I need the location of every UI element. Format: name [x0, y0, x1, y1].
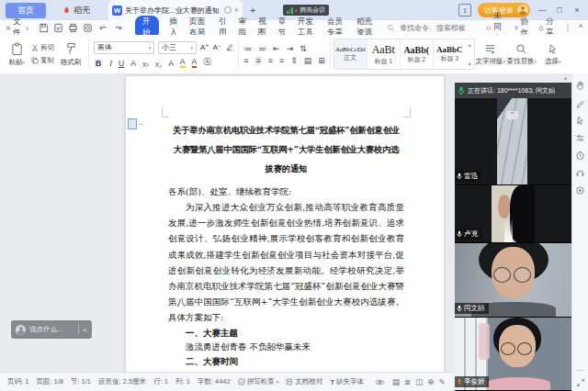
- justify-button[interactable]: ≡: [279, 56, 284, 65]
- pen-icon[interactable]: [575, 98, 585, 108]
- find-replace-button[interactable]: 查找替换▾: [506, 35, 537, 73]
- char-border-button[interactable]: A: [130, 59, 136, 68]
- clear-format-icon[interactable]: [225, 43, 233, 51]
- char-shading-button[interactable]: Ⓐ: [203, 57, 211, 68]
- style-heading2[interactable]: AaBb( 标题 2: [401, 39, 434, 69]
- export-pdf-icon[interactable]: [53, 23, 63, 33]
- video-tile[interactable]: ⌃ 雷迅: [455, 98, 571, 185]
- proofread-button[interactable]: 文档校对: [286, 377, 322, 386]
- scroll-up-icon[interactable]: ▴: [469, 41, 471, 48]
- missing-font-button[interactable]: T 缺失字体: [330, 377, 364, 386]
- chat-input-placeholder[interactable]: 说点什么...: [29, 325, 74, 334]
- web-view-button[interactable]: ⊕: [427, 377, 434, 386]
- scroll-down-icon[interactable]: ▾: [469, 61, 471, 67]
- gutter-annotation[interactable]: [128, 118, 143, 129]
- bullets-button[interactable]: ≔: [243, 44, 252, 53]
- scrollbar-up-arrow[interactable]: ▲: [561, 75, 570, 82]
- font-name-select[interactable]: 黑体 ▾: [94, 41, 154, 54]
- search-input[interactable]: [398, 23, 486, 33]
- borders-button[interactable]: ⊞: [318, 56, 325, 65]
- window-switch-button[interactable]: 1: [458, 4, 471, 17]
- grow-font-button[interactable]: A⁺: [200, 43, 209, 51]
- styles-gallery-scrollbar[interactable]: ▴ ▾: [466, 39, 474, 69]
- meeting-chat-quickbar[interactable]: 说点什么... <: [11, 320, 92, 339]
- save-icon[interactable]: [39, 23, 49, 33]
- font-color-button[interactable]: A: [192, 57, 198, 68]
- numbering-button[interactable]: ≕: [258, 44, 266, 53]
- superscript-button[interactable]: X²: [142, 61, 149, 68]
- font-name-value: 黑体: [97, 42, 112, 52]
- preview-icon[interactable]: [83, 23, 93, 33]
- status-page-count: 页面: 1/8: [36, 377, 63, 386]
- style-heading1[interactable]: AaBt 标题 1: [368, 39, 401, 69]
- italic-button[interactable]: I: [109, 59, 112, 68]
- video-tile[interactable]: 李俊娇: [455, 318, 571, 390]
- style-heading3[interactable]: AaBbC 标题 3: [434, 39, 466, 69]
- decrease-indent-button[interactable]: ⇤: [273, 44, 280, 53]
- page-view-button[interactable]: ▤: [392, 377, 400, 386]
- bold-button[interactable]: B: [94, 59, 103, 68]
- style-normal[interactable]: AaBbCcDd 正文: [334, 39, 368, 69]
- write-mode-button[interactable]: ✎: [438, 377, 445, 386]
- cut-button[interactable]: 剪切: [31, 43, 54, 52]
- text-layout-button[interactable]: 文字排版▾: [475, 35, 506, 73]
- select-button[interactable]: 选择▾: [537, 35, 569, 73]
- subscript-button[interactable]: X₂: [155, 61, 162, 68]
- new-tab-button[interactable]: +: [250, 5, 255, 16]
- video-tile[interactable]: 闫文娟: [455, 243, 571, 318]
- text-effects-button[interactable]: A: [168, 59, 174, 68]
- collapse-ribbon-icon[interactable]: ^: [579, 23, 582, 32]
- read-view-button[interactable]: ◫: [415, 377, 423, 386]
- meeting-video-panel[interactable]: 正在讲话: 180****1083; 闫文娟 ⌃ 雷迅 卢克 闫文娟: [455, 83, 571, 391]
- align-right-button[interactable]: ≡: [268, 56, 273, 65]
- timer-icon[interactable]: [575, 151, 585, 161]
- font-size-select[interactable]: 小三 ▾: [158, 41, 197, 54]
- video-tile[interactable]: 卢克: [455, 185, 571, 243]
- cursor-icon[interactable]: [575, 116, 585, 126]
- collapse-panel-icon[interactable]: ⌃: [506, 111, 518, 119]
- chat-collapse-icon[interactable]: <: [83, 326, 87, 334]
- missing-font-label: 缺失字体: [336, 377, 364, 386]
- proofread-doc-icon: [286, 378, 293, 385]
- record-icon[interactable]: [575, 185, 585, 196]
- shrink-font-button[interactable]: A⁻: [213, 43, 222, 51]
- eye-protection-button[interactable]: [375, 378, 385, 386]
- copy-button[interactable]: 复制: [31, 56, 54, 65]
- redo-icon[interactable]: [113, 23, 124, 33]
- line-spacing-button[interactable]: ⇕: [290, 56, 298, 65]
- mic-speaking-icon: [457, 378, 462, 385]
- doc-section1-body: 激流勇进创青春 不负韶华赢未来: [168, 340, 404, 354]
- spellcheck-button[interactable]: 拼写检查 ▾: [238, 377, 279, 386]
- expand-icon[interactable]: [576, 378, 585, 387]
- meeting-status-pill[interactable]: 腾讯会议: [283, 5, 329, 16]
- outline-view-button[interactable]: ≣: [404, 377, 411, 386]
- document-page[interactable]: 关于举办南京机电职业技术学院第七届“冠盛杯”创新创意创业 大赛暨第八届中国国际“…: [126, 76, 444, 372]
- person-icon: [514, 24, 519, 32]
- hand-icon[interactable]: [575, 81, 585, 91]
- style-name: 标题 1: [374, 57, 392, 66]
- sort-button[interactable]: ⇅: [300, 44, 307, 53]
- tab-docer[interactable]: 稻壳: [53, 3, 99, 18]
- headset-icon[interactable]: [575, 168, 585, 178]
- underline-button[interactable]: U: [119, 59, 124, 68]
- highlight-color-button[interactable]: A: [180, 57, 186, 68]
- participant-name: 雷迅: [464, 172, 478, 181]
- align-left-button[interactable]: ≡: [243, 56, 248, 65]
- align-center-button[interactable]: ≡: [254, 56, 261, 65]
- tab-close-icon[interactable]: ×: [234, 6, 239, 15]
- status-word-count[interactable]: 字数: 4442: [198, 377, 231, 386]
- format-painter-button[interactable]: 格式刷: [56, 35, 85, 73]
- shading-button[interactable]: ▤: [304, 56, 312, 65]
- paste-button[interactable]: 粘贴▾: [4, 35, 29, 73]
- sliders-icon[interactable]: [575, 133, 585, 143]
- more-tools-icon[interactable]: ⋯: [577, 366, 584, 374]
- more-menu-icon[interactable]: ⋮: [564, 23, 572, 32]
- tab-home[interactable]: 首页: [6, 3, 46, 18]
- undo-icon[interactable]: [97, 23, 108, 33]
- select-label: 选择: [545, 57, 559, 65]
- doc-section2-title: 二、大赛时间: [168, 354, 404, 369]
- command-search[interactable]: [387, 23, 486, 33]
- print-icon[interactable]: [68, 23, 78, 33]
- increase-indent-button[interactable]: ⇥: [287, 44, 294, 53]
- recording-dot-icon: [295, 9, 298, 12]
